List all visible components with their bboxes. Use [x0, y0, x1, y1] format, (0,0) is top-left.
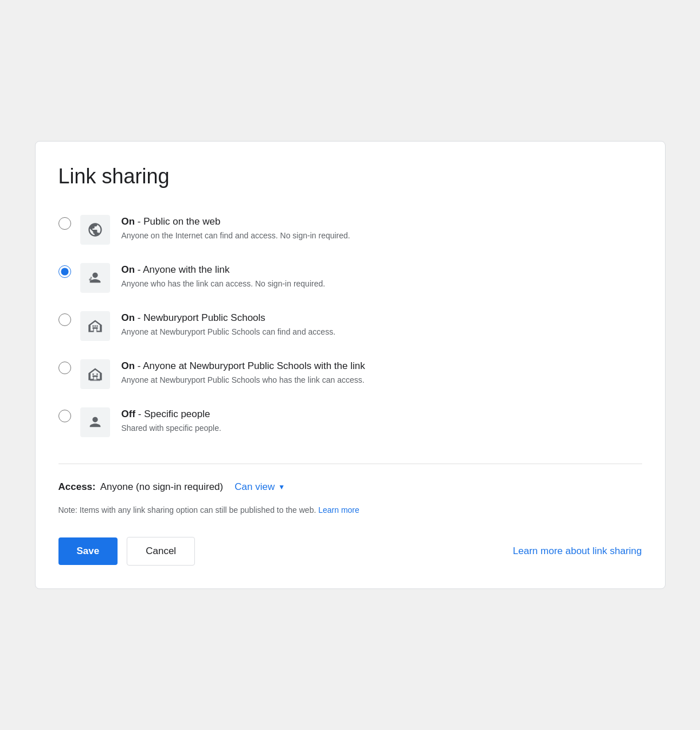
option-desc-specific-people: Shared with specific people.: [122, 423, 221, 434]
radio-wrap-anyone-link[interactable]: [58, 265, 71, 278]
option-text-org-link: On - Anyone at Newburyport Public School…: [122, 359, 365, 386]
option-title-anyone-link: On - Anyone with the link: [122, 263, 326, 277]
can-view-button[interactable]: Can view ▼: [234, 481, 288, 493]
building-icon: [87, 318, 103, 334]
can-view-label: Can view: [234, 481, 275, 493]
building-link-icon: [87, 366, 103, 382]
save-button[interactable]: Save: [58, 537, 118, 565]
option-title-org-school: On - Newburyport Public Schools: [122, 311, 336, 325]
option-bold-specific-people: Off: [122, 409, 136, 419]
dialog-title: Link sharing: [58, 164, 642, 189]
learn-more-link-note[interactable]: Learn more: [318, 505, 359, 515]
svg-rect-6: [92, 374, 93, 375]
radio-specific-people[interactable]: [58, 410, 71, 422]
footer-row: Save Cancel Learn more about link sharin…: [58, 537, 642, 566]
person-icon: [87, 414, 103, 430]
option-org-school: On - Newburyport Public Schools Anyone a…: [58, 302, 642, 350]
option-text-public-web: On - Public on the web Anyone on the Int…: [122, 215, 350, 241]
option-rest-org-link: - Anyone at Newburyport Public Schools w…: [135, 360, 365, 371]
option-desc-public-web: Anyone on the Internet can find and acce…: [122, 230, 350, 242]
divider: [58, 464, 642, 464]
options-list: On - Public on the web Anyone on the Int…: [58, 206, 642, 446]
svg-rect-4: [92, 327, 93, 328]
svg-rect-5: [96, 327, 97, 328]
option-title-org-link: On - Anyone at Newburyport Public School…: [122, 359, 365, 373]
option-rest-org-school: - Newburyport Public Schools: [135, 312, 265, 323]
access-value: Anyone (no sign-in required): [100, 481, 224, 493]
option-desc-anyone-link: Anyone who has the link can access. No s…: [122, 278, 326, 290]
option-text-specific-people: Off - Specific people Shared with specif…: [122, 407, 221, 434]
option-text-anyone-link: On - Anyone with the link Anyone who has…: [122, 263, 326, 289]
svg-rect-2: [94, 325, 95, 327]
option-bold-anyone-link: On: [122, 264, 135, 275]
option-rest-anyone-link: - Anyone with the link: [135, 264, 229, 275]
link-person-icon-wrap: [80, 263, 110, 293]
option-specific-people: Off - Specific people Shared with specif…: [58, 398, 642, 446]
chevron-down-icon: ▼: [278, 483, 285, 491]
svg-rect-10: [89, 379, 100, 380]
access-row: Access: Anyone (no sign-in required) Can…: [58, 476, 642, 493]
note-row: Note: Items with any link sharing option…: [58, 504, 642, 516]
radio-anyone-link[interactable]: [58, 265, 71, 278]
option-title-specific-people: Off - Specific people: [122, 407, 221, 421]
option-public-web: On - Public on the web Anyone on the Int…: [58, 206, 642, 254]
svg-rect-3: [96, 325, 97, 327]
radio-wrap-org-school[interactable]: [58, 313, 71, 326]
note-text: Note: Items with any link sharing option…: [58, 505, 316, 515]
option-rest-public-web: - Public on the web: [135, 216, 220, 227]
radio-org-school[interactable]: [58, 313, 71, 326]
option-desc-org-link: Anyone at Newburyport Public Schools who…: [122, 375, 365, 386]
option-text-org-school: On - Newburyport Public Schools Anyone a…: [122, 311, 336, 337]
option-title-public-web: On - Public on the web: [122, 215, 350, 229]
option-org-link: On - Anyone at Newburyport Public School…: [58, 350, 642, 398]
person-icon-wrap: [80, 407, 110, 437]
link-sharing-dialog: Link sharing On - Public on the web Anyo…: [35, 141, 666, 589]
cancel-button[interactable]: Cancel: [127, 537, 195, 566]
option-anyone-link: On - Anyone with the link Anyone who has…: [58, 254, 642, 302]
building-icon-wrap: [80, 311, 110, 341]
learn-more-about-link-sharing[interactable]: Learn more about link sharing: [513, 545, 642, 557]
radio-wrap-specific-people[interactable]: [58, 410, 71, 422]
link-person-icon: [87, 270, 103, 286]
option-rest-specific-people: - Specific people: [135, 409, 210, 419]
svg-rect-0: [89, 281, 100, 282]
option-bold-org-link: On: [122, 360, 135, 371]
radio-wrap-org-link[interactable]: [58, 362, 71, 374]
svg-rect-7: [96, 374, 97, 375]
option-bold-org-school: On: [122, 312, 135, 323]
svg-rect-8: [92, 375, 93, 376]
access-label: Access:: [58, 481, 96, 493]
building-link-icon-wrap: [80, 359, 110, 389]
radio-org-link[interactable]: [58, 362, 71, 374]
option-desc-org-school: Anyone at Newburyport Public Schools can…: [122, 327, 336, 338]
option-bold-public-web: On: [122, 216, 135, 227]
globe-icon-wrap: [80, 215, 110, 245]
svg-rect-9: [96, 375, 97, 376]
radio-public-web[interactable]: [58, 217, 71, 230]
globe-icon: [87, 222, 103, 238]
radio-wrap-public-web[interactable]: [58, 217, 71, 230]
svg-rect-1: [92, 325, 93, 327]
